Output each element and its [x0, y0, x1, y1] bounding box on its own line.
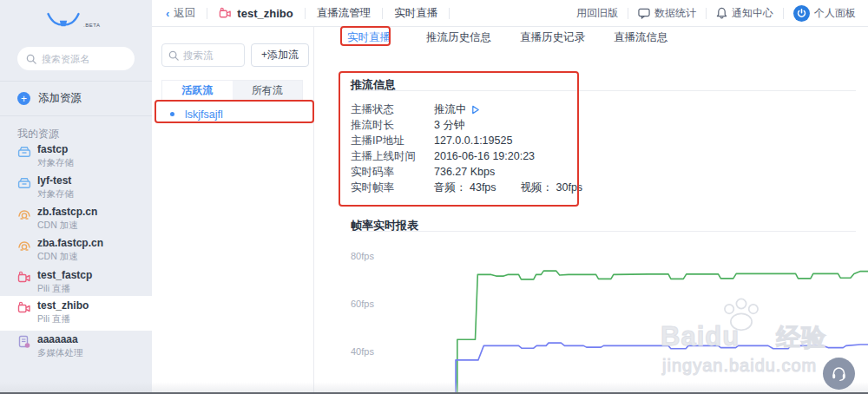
sidebar-item-fastcp[interactable]: fastcp 对象存储 — [0, 142, 152, 174]
support-button[interactable] — [823, 358, 855, 390]
bull-logo-icon — [45, 10, 82, 30]
notification-center-link[interactable]: 通知中心 — [716, 6, 773, 21]
use-old-version-link[interactable]: 用回旧版 — [576, 6, 618, 21]
tab-push-history[interactable]: 推流历史信息 — [426, 30, 491, 45]
fps-chart — [369, 243, 868, 394]
nav-stream-manage[interactable]: 直播流管理 — [317, 6, 372, 21]
plus-icon: + — [17, 92, 30, 105]
chevron-left-icon: ‹ — [166, 7, 169, 20]
active-dot-icon — [170, 112, 174, 116]
data-statistics-link[interactable]: 数据统计 — [638, 6, 696, 21]
divider — [305, 8, 306, 19]
divider — [0, 81, 152, 82]
add-resource-button[interactable]: + 添加资源 — [17, 91, 82, 106]
main-content: 实时直播 推流历史信息 直播历史记录 直播流信息 推流信息 主播状态 推流中 推… — [315, 27, 868, 394]
live-camera-icon — [17, 301, 31, 315]
push-info-row: 实时帧率 音频： 43fps 视频： 30fps — [351, 180, 698, 195]
divider — [351, 90, 856, 91]
brand-logo: .BETA — [45, 10, 100, 30]
search-icon — [26, 54, 36, 64]
divider — [0, 115, 152, 116]
sidebar-item-zba-fastcp-cn[interactable]: zba.fastcp.cn CDN 加速 — [0, 236, 152, 267]
divider — [628, 8, 628, 19]
push-info-row: 实时码率 736.27 Kbps — [351, 164, 698, 180]
tab-realtime-live[interactable]: 实时直播 — [347, 30, 391, 45]
live-camera-icon — [17, 271, 31, 285]
resource-search-input[interactable] — [42, 54, 120, 64]
tab-all-streams[interactable]: 所有流 — [233, 81, 303, 101]
back-button[interactable]: ‹ 返回 — [166, 6, 195, 21]
tab-live-history[interactable]: 直播历史记录 — [520, 30, 585, 45]
sidebar-item-lyf-test[interactable]: lyf-test 对象存储 — [0, 174, 152, 205]
push-info-row: 推流时长 3 分钟 — [351, 117, 698, 133]
resource-search[interactable] — [17, 47, 135, 70]
current-stream-tab[interactable]: test_zhibo — [219, 7, 293, 20]
stream-list-panel: +添加流 活跃流 所有流 lskjfsajfl — [152, 27, 314, 394]
detail-tabs: 实时直播 推流历史信息 直播历史记录 直播流信息 — [347, 30, 697, 45]
play-icon[interactable] — [471, 105, 480, 115]
top-header: ‹ 返回 test_zhibo 直播流管理 实时直播 用回旧版 数据统计 — [152, 0, 868, 27]
push-info-row: 主播上线时间 2016-06-16 19:20:23 — [351, 148, 698, 164]
divider — [706, 8, 707, 19]
divider — [207, 8, 207, 19]
logo-beta-label: .BETA — [83, 23, 100, 30]
divider — [449, 8, 450, 19]
divider — [382, 8, 383, 19]
add-stream-button[interactable]: +添加流 — [251, 43, 309, 67]
my-resources-label: 我的资源 — [17, 127, 59, 141]
live-camera-icon — [219, 7, 232, 20]
tab-active-streams[interactable]: 活跃流 — [162, 81, 233, 101]
power-logo-icon — [797, 9, 806, 18]
sidebar-item-zb-fastcp-cn[interactable]: zb.fastcp.cn CDN 加速 — [0, 205, 152, 236]
push-info-rows: 主播状态 推流中 推流时长 3 分钟 主播IP地址 127.0.0.1:1952… — [351, 102, 698, 195]
sidebar-item-test-zhibo[interactable]: test_zhibo Pili 直播 — [0, 296, 152, 331]
personal-panel-button[interactable]: 个人面板 — [793, 5, 856, 22]
sidebar-item-test-fastcp[interactable]: test_fastcp Pili 直播 — [0, 268, 152, 299]
app-window: .BETA + 添加资源 我的资源 fastcp 对象存储 — [0, 0, 868, 394]
headset-icon — [831, 366, 847, 382]
avatar — [793, 5, 810, 22]
object-storage-icon — [17, 145, 31, 159]
stream-tabs: 活跃流 所有流 — [161, 80, 303, 102]
divider — [351, 231, 856, 232]
push-info-row: 主播状态 推流中 — [351, 102, 698, 117]
search-icon — [168, 50, 179, 61]
cdn-icon — [17, 207, 31, 221]
stream-list-item[interactable]: lskjfsajfl — [152, 103, 314, 125]
tab-stream-info[interactable]: 直播流信息 — [614, 30, 668, 45]
chat-bubble-icon — [638, 8, 650, 19]
push-info-row: 主播IP地址 127.0.0.1:19525 — [351, 133, 698, 148]
sidebar: .BETA + 添加资源 我的资源 fastcp 对象存储 — [0, 0, 152, 394]
nav-realtime-live[interactable]: 实时直播 — [394, 6, 437, 21]
bell-icon — [716, 7, 727, 19]
object-storage-icon — [17, 176, 31, 190]
stream-search[interactable] — [161, 43, 245, 67]
cdn-icon — [17, 239, 31, 253]
multimedia-icon — [17, 335, 31, 349]
stream-search-input[interactable] — [183, 50, 237, 61]
divider — [783, 8, 784, 19]
sidebar-item-aaaaaaa[interactable]: aaaaaaa 多媒体处理 — [0, 332, 152, 364]
